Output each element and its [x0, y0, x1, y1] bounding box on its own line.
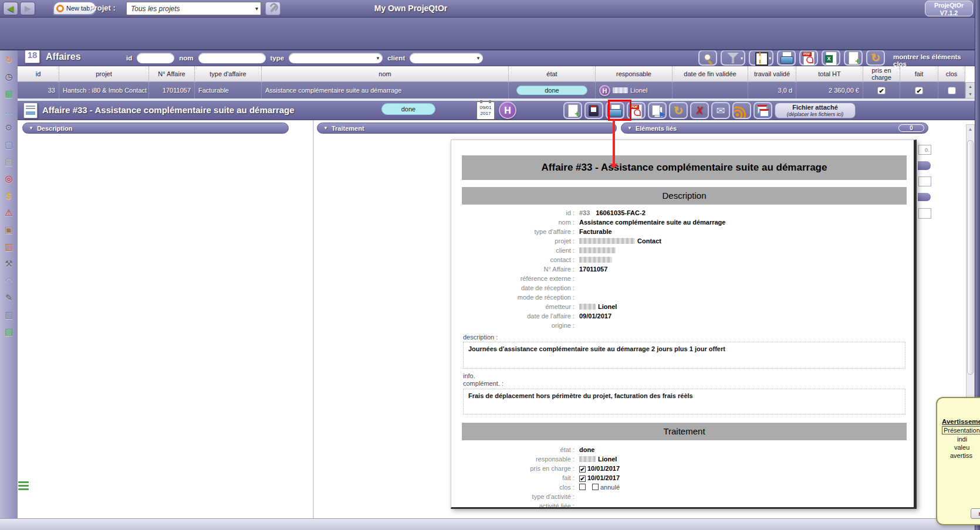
target-icon[interactable]: ◎	[5, 174, 12, 184]
mail-button[interactable]: ✉	[711, 102, 730, 119]
menu-toggle-button[interactable]	[18, 481, 29, 492]
table-scrollbar[interactable]: ▲ ▼	[965, 82, 975, 98]
caret-down-icon: ▾	[769, 56, 771, 61]
linked-elements-panel-header[interactable]: ▼ Eléments liés 0	[621, 123, 928, 134]
add-button[interactable]: +	[844, 50, 863, 66]
filter-name-input[interactable]	[198, 53, 266, 63]
column-header-date-de-fin-valid-e[interactable]: date de fin validée	[673, 66, 748, 82]
warning-icon[interactable]: ⚠	[5, 208, 12, 218]
menu-bar	[0, 18, 980, 50]
money-bag-icon[interactable]: $	[6, 191, 11, 201]
column-header-responsable[interactable]: responsable	[596, 66, 673, 82]
treatment-panel-header[interactable]: ▼ Traitement	[317, 123, 617, 134]
pdf-checkbox: ✔	[579, 475, 586, 482]
pdf-field-label: responsable :	[451, 456, 575, 463]
forward-button[interactable]: ▶	[20, 2, 35, 15]
warning-text: indivaleuavertiss	[942, 436, 980, 459]
row-cell: done	[509, 82, 596, 98]
collapse-icon[interactable]: ▼	[627, 125, 632, 131]
list-filters: idnomtype▾client▾	[126, 49, 483, 66]
box-icon[interactable]: ▣	[5, 225, 13, 235]
checkbox[interactable]	[948, 87, 956, 94]
warning-dismiss-button[interactable]: m	[971, 508, 980, 519]
checkbox[interactable]: ✔	[915, 87, 923, 94]
column-header-pris-en-charge[interactable]: pris en charge	[863, 66, 900, 82]
mail-icon: ✉	[713, 104, 728, 118]
table-row[interactable]: 33Hantsch : i80 & Imob Contact17011057Fa…	[18, 82, 965, 98]
search-button[interactable]	[698, 50, 717, 66]
column-header-id[interactable]: id	[18, 66, 59, 82]
panel-title: Description	[37, 125, 73, 132]
column-header-clos[interactable]: clos	[938, 66, 965, 82]
scroll-up-icon[interactable]: ▲	[966, 83, 975, 90]
list-toolbar: ▾▾PDFX+↻	[698, 50, 885, 66]
project-select[interactable]: Tous les projets ▾	[126, 2, 261, 15]
copy-button[interactable]: ▶	[648, 102, 667, 119]
back-button[interactable]: ◀	[3, 2, 18, 15]
new-button[interactable]: +	[563, 102, 582, 119]
pdf-button[interactable]: PDF	[799, 50, 818, 66]
obscured-fragment	[918, 176, 931, 186]
show-closed-label: montrer les éléments clos	[893, 53, 975, 67]
pen-icon[interactable]: ✎	[5, 293, 13, 303]
clone-button[interactable]	[753, 102, 772, 119]
gear-icon[interactable]: ⚙	[5, 123, 12, 132]
filter-type-select[interactable]: ▾	[289, 53, 383, 63]
rss-button[interactable]	[732, 102, 751, 119]
row-cell: ✔	[863, 82, 900, 98]
annotation-highlight-box	[608, 100, 631, 121]
chat-icon[interactable]: …	[5, 106, 13, 115]
column-header-travail-valid[interactable]: travail validé	[748, 66, 796, 82]
columns-button[interactable]: ▾	[749, 50, 773, 66]
panel-resizer[interactable]	[313, 120, 314, 518]
refresh-icon: ↻	[868, 51, 883, 65]
warning-text-line: indi	[957, 436, 980, 443]
pdf-field-label: id :	[451, 209, 575, 216]
project-settings-button[interactable]	[265, 2, 281, 15]
save-button[interactable]	[584, 102, 603, 119]
responsible-avatar: H	[499, 101, 516, 119]
column-header-n-affaire[interactable]: N° Affaire	[149, 66, 195, 82]
description-panel-header[interactable]: ▼ Description	[22, 123, 289, 134]
presentation-link[interactable]: Présentation	[942, 426, 980, 434]
filter-client-select[interactable]: ▾	[410, 53, 483, 63]
pdf-preview-overlay: Affaire #33 - Assistance complémentaire …	[451, 140, 917, 509]
form-icon[interactable]: ▤	[5, 157, 13, 167]
collapse-icon[interactable]: ▼	[323, 125, 328, 131]
refresh-button[interactable]: ↻	[866, 50, 885, 66]
scroll-down-icon[interactable]: ▼	[966, 90, 975, 98]
drawer-icon[interactable]: ▥	[5, 310, 13, 320]
monitor-icon[interactable]: ▢	[5, 140, 13, 150]
tools-icon[interactable]: ⚒	[5, 259, 12, 269]
filter-id-input[interactable]	[137, 53, 174, 63]
row-cell: 3,0 d	[748, 82, 796, 98]
history-icon[interactable]: ↻	[5, 55, 13, 64]
compass-icon[interactable]: ◠	[5, 276, 12, 286]
scroll-up-icon[interactable]: ▲	[967, 125, 974, 134]
pdf-field-value: Lionel	[579, 456, 617, 463]
column-header-type-d-affaire[interactable]: type d'affaire	[195, 66, 262, 82]
green-doc-icon[interactable]: ▤	[5, 327, 13, 337]
column-header-tat[interactable]: état	[509, 66, 596, 82]
refresh-button[interactable]: ↻	[669, 102, 688, 119]
column-header-total-ht[interactable]: total HT	[796, 66, 863, 82]
column-header-projet[interactable]: projet	[59, 66, 149, 82]
delete-button[interactable]: X	[690, 102, 709, 119]
pdf-checkbox	[579, 484, 586, 490]
basket-icon[interactable]: ▥	[5, 242, 13, 252]
checkbox[interactable]: ✔	[877, 87, 886, 94]
redacted-text	[613, 87, 628, 93]
pdf-info-box: Frais de déplacement hors périmètre du p…	[463, 389, 905, 415]
collapse-icon[interactable]: ▼	[29, 125, 33, 131]
org-chart-icon[interactable]: ▦	[5, 89, 13, 98]
print-button[interactable]	[777, 50, 796, 66]
attach-file-dropzone[interactable]: Fichier attaché (déplacer les fichiers i…	[775, 103, 856, 118]
column-header-nom[interactable]: nom	[262, 66, 509, 82]
filter-button[interactable]: ▾	[721, 50, 745, 66]
pdf-field-value: done	[579, 446, 594, 453]
scrollbar-thumb[interactable]	[967, 140, 974, 375]
clock-icon[interactable]: ◷	[5, 72, 12, 81]
excel-button[interactable]: X	[822, 50, 840, 66]
responsible-avatar: H	[599, 85, 610, 96]
column-header-fait[interactable]: fait	[900, 66, 938, 82]
